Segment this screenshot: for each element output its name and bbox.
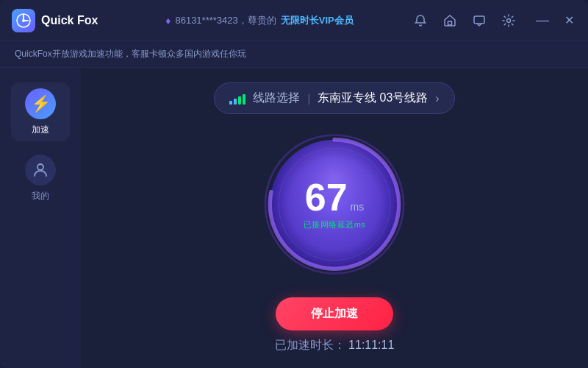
signal-bar-2 [234,99,237,105]
svg-rect-2 [448,21,452,25]
sidebar-item-profile[interactable]: 我的 [11,149,70,208]
route-left: 线路选择 | 东南亚专线 03号线路 [229,91,428,106]
notifications-icon[interactable] [412,12,429,29]
gauge-center: 67 ms 已接网络延迟ms [304,178,366,230]
route-label: 线路选择 [253,91,300,106]
title-center: ♦ 86131****3423，尊贵的 无限时长VIP会员 [107,14,412,27]
ping-value: 67 [305,178,348,216]
settings-icon[interactable] [500,12,517,29]
ping-unit: ms [351,201,365,213]
sidebar-label-profile: 我的 [32,190,49,202]
timer-display: 已加速时长： 11:11:11 [275,338,395,353]
main-content: ⚡ 加速 我的 [0,68,588,368]
notification-bar: QuickFox开放游戏加速功能，客服卡顿众多国内游戏任你玩 [0,41,588,68]
minimize-button[interactable]: — [535,13,550,28]
svg-point-5 [37,164,43,170]
app-logo-icon [12,9,35,32]
close-button[interactable]: ✕ [562,13,576,28]
message-icon[interactable] [470,12,488,29]
timer-value: 11:11:11 [348,339,394,351]
timer-label: 已加速时长： [275,339,345,351]
title-actions: — ✕ [412,12,576,29]
stop-accelerate-button[interactable]: 停止加速 [276,297,393,330]
diamond-icon: ♦ [165,15,171,26]
logo-area: Quick Fox [12,9,107,32]
signal-bar-4 [243,94,245,105]
accelerate-icon: ⚡ [25,88,56,119]
svg-rect-3 [474,16,484,24]
user-info-text: 86131****3423，尊贵的 [175,14,276,27]
ping-status: 已接网络延迟ms [304,219,366,230]
title-bar: Quick Fox ♦ 86131****3423，尊贵的 无限时长VIP会员 [0,0,588,41]
app-window: Quick Fox ♦ 86131****3423，尊贵的 无限时长VIP会员 [0,0,588,368]
signal-bar-3 [238,96,241,105]
ping-display: 67 ms [305,178,365,216]
route-value: 东南亚专线 03号线路 [318,91,428,106]
svg-point-4 [507,18,511,22]
route-divider: | [307,93,310,105]
sidebar-item-accelerate[interactable]: ⚡ 加速 [11,82,70,141]
gauge-container: 67 ms 已接网络延迟ms [254,132,415,277]
signal-bars-icon [229,93,245,105]
vip-label: 无限时长VIP会员 [281,14,354,27]
signal-bar-1 [229,101,232,105]
svg-point-1 [22,19,25,22]
notification-text: QuickFox开放游戏加速功能，客服卡顿众多国内游戏任你玩 [15,48,246,60]
route-selector[interactable]: 线路选择 | 东南亚专线 03号线路 › [214,82,454,114]
home-icon[interactable] [441,12,459,29]
app-title: Quick Fox [41,14,98,27]
sidebar: ⚡ 加速 我的 [0,68,81,368]
profile-icon [25,155,56,185]
content-area: 线路选择 | 东南亚专线 03号线路 › [81,68,588,368]
route-arrow-icon: › [435,92,439,105]
sidebar-label-accelerate: 加速 [32,124,49,136]
